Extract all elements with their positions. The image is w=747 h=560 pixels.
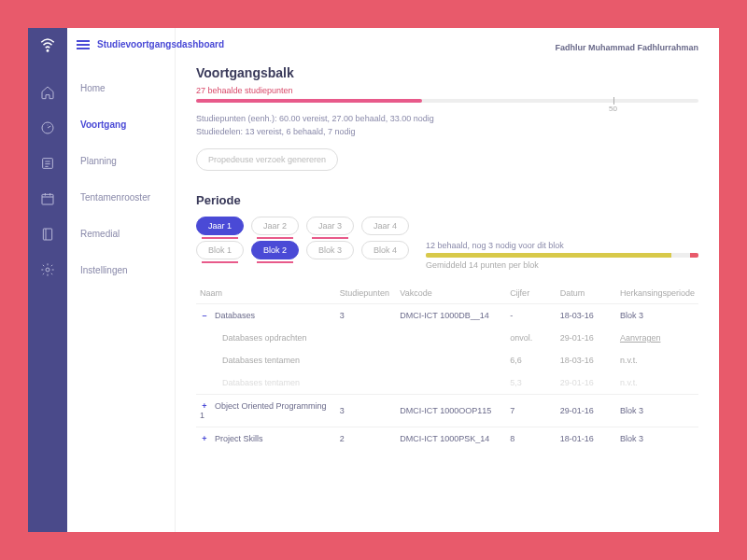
cell-naam: Databases tentamen — [196, 349, 336, 371]
cell-datum: 18-03-16 — [557, 303, 616, 327]
block-bar-overflow — [690, 253, 698, 258]
cell-cijfer: onvol. — [506, 327, 557, 349]
pill-blok-1[interactable]: Blok 1 — [196, 241, 244, 259]
remedial-icon[interactable] — [39, 226, 56, 243]
info-line-2: Studiedelen: 13 vereist, 6 behaald, 7 no… — [196, 125, 698, 138]
cell-sp: 3 — [336, 303, 397, 327]
settings-icon[interactable] — [39, 261, 56, 278]
progress-fill — [196, 99, 422, 103]
home-icon[interactable] — [39, 84, 56, 101]
th-code: Vakcode — [396, 283, 506, 304]
table-row: –Databases3DMCI-ICT 1000DB__14-18-03-16B… — [196, 303, 698, 327]
cell-naam: +Object Oriented Programming 1 — [196, 394, 336, 427]
main-content: Fadhlur Muhammad Fadhlurrahman Voortgang… — [176, 28, 719, 532]
table-row: +Project Skills2DMCI-ICT 1000PSK_14818-0… — [196, 427, 698, 450]
block-bar-label: 12 behaald, nog 3 nodig voor dit blok — [426, 241, 698, 250]
progress-subtitle: 27 behaalde studiepunten — [196, 86, 698, 95]
progress-tick-label: 50 — [609, 105, 617, 113]
progress-bar: 50 — [196, 99, 698, 103]
cell-datum: 18-03-16 — [557, 349, 616, 371]
block-bar-sub: Gemiddeld 14 punten per blok — [426, 260, 698, 270]
hamburger-icon[interactable] — [77, 40, 90, 49]
table-row: Databases tentamen5,329-01-16n.v.t. — [196, 371, 698, 395]
block-pills: Blok 1 Blok 2 Blok 3 Blok 4 — [196, 241, 409, 259]
calendar-icon[interactable] — [39, 190, 56, 207]
progress-title: Voortgangsbalk — [196, 65, 698, 80]
app-window: Studievoortgangsdashboard Home Voortgang… — [28, 28, 719, 532]
th-sp: Studiepunten — [336, 283, 397, 304]
cell-sp: 3 — [336, 394, 397, 427]
generate-request-button[interactable]: Propedeuse verzoek genereren — [196, 148, 338, 171]
cell-herk: Blok 3 — [616, 394, 698, 427]
sidebar-item-remedial[interactable]: Remedial — [67, 216, 175, 252]
cell-naam: +Project Skills — [196, 427, 336, 450]
svg-point-5 — [46, 268, 49, 272]
cell-code: DMCI-ICT 1000PSK_14 — [396, 427, 506, 450]
svg-rect-4 — [43, 229, 51, 240]
cell-datum: 18-01-16 — [557, 427, 616, 450]
sidebar-item-instellingen[interactable]: Instellingen — [67, 252, 175, 288]
pill-jaar-1[interactable]: Jaar 1 — [196, 217, 244, 235]
th-herk: Herkansingsperiode — [616, 283, 698, 304]
table-row: Databases tentamen6,618-03-16n.v.t. — [196, 349, 698, 371]
cell-code: DMCI-ICT 1000DB__14 — [396, 303, 506, 327]
pill-jaar-2[interactable]: Jaar 2 — [251, 217, 299, 235]
expand-toggle[interactable]: – — [200, 311, 209, 320]
year-pills: Jaar 1 Jaar 2 Jaar 3 Jaar 4 — [196, 217, 698, 235]
cell-datum: 29-01-16 — [557, 327, 616, 349]
pill-blok-4[interactable]: Blok 4 — [361, 241, 409, 259]
th-cijfer: Cijfer — [506, 283, 557, 304]
courses-table: Naam Studiepunten Vakcode Cijfer Datum H… — [196, 283, 698, 450]
block-progress: 12 behaald, nog 3 nodig voor dit blok Ge… — [426, 241, 698, 270]
cell-herk: Blok 3 — [616, 303, 698, 327]
sidebar-item-home[interactable]: Home — [67, 70, 175, 106]
cell-herk: n.v.t. — [616, 349, 698, 371]
sidebar-header: Studievoortgangsdashboard — [67, 28, 175, 61]
cell-naam: –Databases — [196, 303, 336, 327]
cell-datum: 29-01-16 — [557, 371, 616, 395]
block-bar — [426, 253, 698, 258]
pill-jaar-4[interactable]: Jaar 4 — [361, 217, 409, 235]
cell-datum: 29-01-16 — [557, 394, 616, 427]
dashboard-icon[interactable] — [39, 119, 56, 136]
topbar: Fadhlur Muhammad Fadhlurrahman — [196, 37, 698, 65]
info-line-1: Studiepunten (eenh.): 60.00 vereist, 27.… — [196, 112, 698, 125]
cell-cijfer: 7 — [506, 394, 557, 427]
cell-naam: Databases tentamen — [196, 371, 336, 395]
svg-point-0 — [47, 50, 49, 52]
cell-herk[interactable]: Aanvragen — [616, 327, 698, 349]
progress-info: Studiepunten (eenh.): 60.00 vereist, 27.… — [196, 112, 698, 139]
th-datum: Datum — [557, 283, 616, 304]
planning-icon[interactable] — [39, 155, 56, 172]
cell-code: DMCI-ICT 1000OOP115 — [396, 394, 506, 427]
cell-naam: Databases opdrachten — [196, 327, 336, 349]
app-logo-icon — [39, 37, 56, 58]
cell-herk: Blok 3 — [616, 427, 698, 450]
pill-blok-2[interactable]: Blok 2 — [251, 241, 299, 259]
cell-sp: 2 — [336, 427, 397, 450]
table-row: +Object Oriented Programming 13DMCI-ICT … — [196, 394, 698, 427]
cell-cijfer: 5,3 — [506, 371, 557, 395]
cell-cijfer: 6,6 — [506, 349, 557, 371]
cell-herk: n.v.t. — [616, 371, 698, 395]
pill-jaar-3[interactable]: Jaar 3 — [306, 217, 354, 235]
sidebar: Studievoortgangsdashboard Home Voortgang… — [67, 28, 176, 532]
expand-toggle[interactable]: + — [200, 434, 209, 443]
period-title: Periode — [196, 193, 698, 207]
expand-toggle[interactable]: + — [200, 401, 209, 411]
sidebar-item-tentamenrooster[interactable]: Tentamenrooster — [67, 179, 175, 216]
th-naam: Naam — [196, 283, 336, 304]
pill-blok-3[interactable]: Blok 3 — [306, 241, 354, 259]
sidebar-item-voortgang[interactable]: Voortgang — [67, 106, 175, 143]
username: Fadhlur Muhammad Fadhlurrahman — [555, 43, 698, 52]
svg-rect-3 — [42, 194, 53, 204]
table-header-row: Naam Studiepunten Vakcode Cijfer Datum H… — [196, 283, 698, 304]
table-row: Databases opdrachtenonvol.29-01-16Aanvra… — [196, 327, 698, 349]
cell-cijfer: - — [506, 303, 557, 327]
block-bar-fill — [426, 253, 671, 258]
nav-list: Home Voortgang Planning Tentamenrooster … — [67, 70, 175, 288]
cell-cijfer: 8 — [506, 427, 557, 450]
sidebar-item-planning[interactable]: Planning — [67, 143, 175, 179]
icon-rail — [28, 28, 67, 532]
progress-tick — [613, 97, 614, 105]
